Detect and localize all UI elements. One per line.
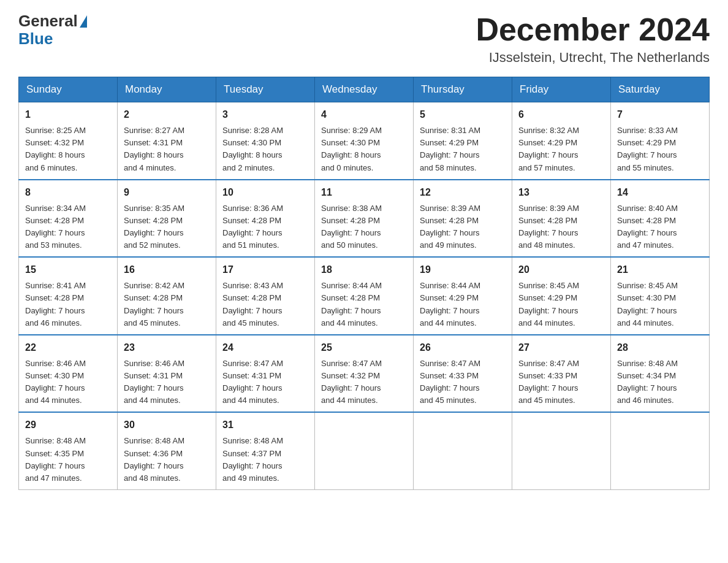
calendar-cell: 2 Sunrise: 8:27 AMSunset: 4:31 PMDayligh… xyxy=(118,102,216,180)
calendar-cell: 21 Sunrise: 8:45 AMSunset: 4:30 PMDaylig… xyxy=(611,257,710,335)
calendar-cell xyxy=(315,412,414,489)
day-number: 16 xyxy=(124,262,210,277)
day-info: Sunrise: 8:43 AMSunset: 4:28 PMDaylight:… xyxy=(222,280,308,329)
calendar-cell: 9 Sunrise: 8:35 AMSunset: 4:28 PMDayligh… xyxy=(118,180,216,258)
day-number: 1 xyxy=(25,107,111,122)
day-number: 2 xyxy=(124,107,210,122)
day-number: 4 xyxy=(321,107,407,122)
day-info: Sunrise: 8:44 AMSunset: 4:28 PMDaylight:… xyxy=(321,280,407,329)
calendar-cell: 17 Sunrise: 8:43 AMSunset: 4:28 PMDaylig… xyxy=(216,257,315,335)
day-number: 25 xyxy=(321,340,407,355)
day-number: 30 xyxy=(124,418,210,432)
calendar-week-row: 8 Sunrise: 8:34 AMSunset: 4:28 PMDayligh… xyxy=(19,180,710,258)
calendar-cell: 4 Sunrise: 8:29 AMSunset: 4:30 PMDayligh… xyxy=(315,102,414,180)
day-info: Sunrise: 8:41 AMSunset: 4:28 PMDaylight:… xyxy=(25,280,111,329)
day-info: Sunrise: 8:48 AMSunset: 4:37 PMDaylight:… xyxy=(222,435,308,484)
calendar-cell: 26 Sunrise: 8:47 AMSunset: 4:33 PMDaylig… xyxy=(414,335,512,413)
calendar-week-row: 29 Sunrise: 8:48 AMSunset: 4:35 PMDaylig… xyxy=(19,412,710,489)
day-number: 19 xyxy=(420,262,506,277)
calendar-cell: 3 Sunrise: 8:28 AMSunset: 4:30 PMDayligh… xyxy=(216,102,315,180)
day-number: 12 xyxy=(420,185,506,200)
day-info: Sunrise: 8:42 AMSunset: 4:28 PMDaylight:… xyxy=(124,280,210,329)
day-info: Sunrise: 8:47 AMSunset: 4:31 PMDaylight:… xyxy=(222,358,308,407)
weekday-header-row: Sunday Monday Tuesday Wednesday Thursday… xyxy=(19,77,710,102)
calendar-cell: 10 Sunrise: 8:36 AMSunset: 4:28 PMDaylig… xyxy=(216,180,315,258)
calendar-cell: 24 Sunrise: 8:47 AMSunset: 4:31 PMDaylig… xyxy=(216,335,315,413)
page-header: General Blue December 2024 IJsselstein, … xyxy=(18,12,710,66)
calendar-cell: 13 Sunrise: 8:39 AMSunset: 4:28 PMDaylig… xyxy=(512,180,611,258)
calendar-cell: 11 Sunrise: 8:38 AMSunset: 4:28 PMDaylig… xyxy=(315,180,414,258)
day-number: 18 xyxy=(321,262,407,277)
day-number: 22 xyxy=(25,340,111,355)
day-info: Sunrise: 8:44 AMSunset: 4:29 PMDaylight:… xyxy=(420,280,506,329)
day-info: Sunrise: 8:32 AMSunset: 4:29 PMDaylight:… xyxy=(518,124,604,174)
calendar-cell: 14 Sunrise: 8:40 AMSunset: 4:28 PMDaylig… xyxy=(611,180,710,258)
header-tuesday: Tuesday xyxy=(216,77,315,102)
calendar-cell: 19 Sunrise: 8:44 AMSunset: 4:29 PMDaylig… xyxy=(414,257,512,335)
logo-wordmark: General Blue xyxy=(18,12,87,47)
day-info: Sunrise: 8:48 AMSunset: 4:34 PMDaylight:… xyxy=(617,358,703,407)
day-info: Sunrise: 8:28 AMSunset: 4:30 PMDaylight:… xyxy=(222,124,308,174)
day-info: Sunrise: 8:40 AMSunset: 4:28 PMDaylight:… xyxy=(617,202,703,252)
day-info: Sunrise: 8:31 AMSunset: 4:29 PMDaylight:… xyxy=(420,124,506,174)
day-number: 24 xyxy=(222,340,308,355)
day-number: 26 xyxy=(420,340,506,355)
calendar-cell: 22 Sunrise: 8:46 AMSunset: 4:30 PMDaylig… xyxy=(19,335,118,413)
header-thursday: Thursday xyxy=(414,77,512,102)
day-info: Sunrise: 8:47 AMSunset: 4:33 PMDaylight:… xyxy=(420,358,506,407)
header-sunday: Sunday xyxy=(19,77,118,102)
location-subtitle: IJsselstein, Utrecht, The Netherlands xyxy=(476,50,710,66)
logo: General Blue xyxy=(18,12,87,47)
day-info: Sunrise: 8:39 AMSunset: 4:28 PMDaylight:… xyxy=(420,202,506,252)
day-number: 10 xyxy=(222,185,308,200)
day-info: Sunrise: 8:38 AMSunset: 4:28 PMDaylight:… xyxy=(321,202,407,252)
day-number: 3 xyxy=(222,107,308,122)
calendar-cell: 30 Sunrise: 8:48 AMSunset: 4:36 PMDaylig… xyxy=(118,412,216,489)
day-number: 28 xyxy=(617,340,703,355)
day-info: Sunrise: 8:35 AMSunset: 4:28 PMDaylight:… xyxy=(124,202,210,252)
day-number: 31 xyxy=(222,418,308,432)
calendar-cell: 31 Sunrise: 8:48 AMSunset: 4:37 PMDaylig… xyxy=(216,412,315,489)
day-info: Sunrise: 8:34 AMSunset: 4:28 PMDaylight:… xyxy=(25,202,111,252)
title-block: December 2024 IJsselstein, Utrecht, The … xyxy=(476,12,710,66)
day-info: Sunrise: 8:29 AMSunset: 4:30 PMDaylight:… xyxy=(321,124,407,174)
day-info: Sunrise: 8:48 AMSunset: 4:36 PMDaylight:… xyxy=(124,435,210,484)
day-number: 5 xyxy=(420,107,506,122)
calendar-table: Sunday Monday Tuesday Wednesday Thursday… xyxy=(18,77,710,490)
day-info: Sunrise: 8:25 AMSunset: 4:32 PMDaylight:… xyxy=(25,124,111,174)
header-wednesday: Wednesday xyxy=(315,77,414,102)
day-number: 6 xyxy=(518,107,604,122)
day-info: Sunrise: 8:47 AMSunset: 4:33 PMDaylight:… xyxy=(518,358,604,407)
calendar-cell: 25 Sunrise: 8:47 AMSunset: 4:32 PMDaylig… xyxy=(315,335,414,413)
calendar-cell: 15 Sunrise: 8:41 AMSunset: 4:28 PMDaylig… xyxy=(19,257,118,335)
day-number: 15 xyxy=(25,262,111,277)
calendar-cell: 1 Sunrise: 8:25 AMSunset: 4:32 PMDayligh… xyxy=(19,102,118,180)
calendar-cell: 16 Sunrise: 8:42 AMSunset: 4:28 PMDaylig… xyxy=(118,257,216,335)
day-number: 29 xyxy=(25,418,111,432)
calendar-cell: 20 Sunrise: 8:45 AMSunset: 4:29 PMDaylig… xyxy=(512,257,611,335)
calendar-cell: 7 Sunrise: 8:33 AMSunset: 4:29 PMDayligh… xyxy=(611,102,710,180)
day-info: Sunrise: 8:33 AMSunset: 4:29 PMDaylight:… xyxy=(617,124,703,174)
calendar-cell: 29 Sunrise: 8:48 AMSunset: 4:35 PMDaylig… xyxy=(19,412,118,489)
calendar-cell: 12 Sunrise: 8:39 AMSunset: 4:28 PMDaylig… xyxy=(414,180,512,258)
day-info: Sunrise: 8:45 AMSunset: 4:30 PMDaylight:… xyxy=(617,280,703,329)
calendar-week-row: 1 Sunrise: 8:25 AMSunset: 4:32 PMDayligh… xyxy=(19,102,710,180)
day-info: Sunrise: 8:45 AMSunset: 4:29 PMDaylight:… xyxy=(518,280,604,329)
day-info: Sunrise: 8:48 AMSunset: 4:35 PMDaylight:… xyxy=(25,435,111,484)
logo-general-text: General xyxy=(18,12,78,30)
day-info: Sunrise: 8:47 AMSunset: 4:32 PMDaylight:… xyxy=(321,358,407,407)
calendar-cell: 6 Sunrise: 8:32 AMSunset: 4:29 PMDayligh… xyxy=(512,102,611,180)
month-title: December 2024 xyxy=(476,12,710,47)
header-friday: Friday xyxy=(512,77,611,102)
day-number: 17 xyxy=(222,262,308,277)
day-info: Sunrise: 8:36 AMSunset: 4:28 PMDaylight:… xyxy=(222,202,308,252)
logo-blue-text: Blue xyxy=(18,29,53,48)
calendar-cell: 8 Sunrise: 8:34 AMSunset: 4:28 PMDayligh… xyxy=(19,180,118,258)
calendar-cell xyxy=(414,412,512,489)
day-info: Sunrise: 8:39 AMSunset: 4:28 PMDaylight:… xyxy=(518,202,604,252)
day-number: 8 xyxy=(25,185,111,200)
calendar-cell: 28 Sunrise: 8:48 AMSunset: 4:34 PMDaylig… xyxy=(611,335,710,413)
day-info: Sunrise: 8:46 AMSunset: 4:30 PMDaylight:… xyxy=(25,358,111,407)
day-number: 21 xyxy=(617,262,703,277)
day-number: 23 xyxy=(124,340,210,355)
